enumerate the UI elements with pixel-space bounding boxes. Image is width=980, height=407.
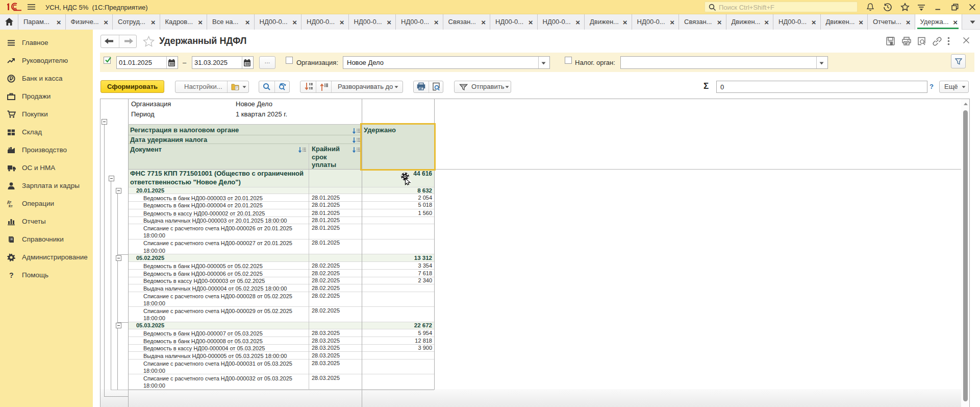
svg-text:Дт: Дт	[7, 200, 12, 204]
svg-text:Кт: Кт	[9, 204, 13, 208]
svg-text:?: ?	[9, 271, 14, 279]
